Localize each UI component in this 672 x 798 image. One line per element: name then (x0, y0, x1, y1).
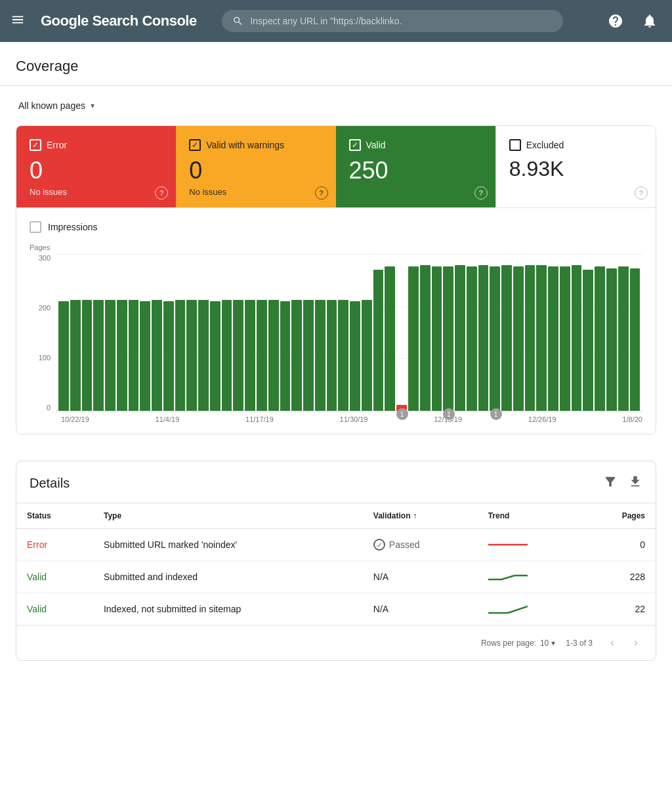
error-checkbox[interactable] (30, 139, 41, 151)
bar-44 (572, 265, 582, 411)
row2-pages: 228 (580, 561, 656, 593)
y-axis: 300 200 100 0 (30, 254, 56, 411)
filter-icon[interactable] (603, 474, 618, 492)
bar-11 (186, 300, 197, 411)
error-card-label: Error (47, 140, 67, 150)
impressions-checkbox[interactable] (30, 221, 41, 233)
valid-card-count: 250 (349, 156, 482, 184)
bar-45 (583, 270, 593, 411)
bar-48 (618, 266, 629, 411)
rows-per-page-control: Rows per page: 10 ▾ (481, 639, 555, 648)
y-axis-0: 0 (47, 404, 51, 411)
bar-27 (373, 270, 384, 411)
svg-line-2 (501, 576, 514, 579)
table-header-row: Status Type Validation ↑ Trend Pages (16, 503, 656, 529)
row1-trend (478, 529, 581, 561)
cards-section: Error 0 No issues ? Valid with warnings … (0, 125, 672, 434)
col-status: Status (16, 503, 93, 529)
excluded-card-count: 8.93K (509, 156, 642, 181)
excluded-checkbox[interactable] (509, 139, 521, 151)
bar-43 (560, 266, 570, 411)
bar-6 (129, 300, 139, 411)
warning-card[interactable]: Valid with warnings 0 No issues ? (176, 126, 335, 207)
app-logo: Google Search Console (41, 12, 197, 30)
error-help-icon[interactable]: ? (155, 186, 168, 200)
table-footer: Rows per page: 10 ▾ 1-3 of 3 (16, 625, 656, 660)
excluded-card[interactable]: Excluded 8.93K ? (495, 126, 656, 207)
excluded-card-header: Excluded (509, 139, 642, 151)
x-label-7: 1/8/20 (622, 415, 642, 423)
bar-18 (268, 300, 279, 411)
help-button[interactable] (604, 9, 627, 33)
col-validation[interactable]: Validation ↑ (363, 503, 478, 529)
valid-card[interactable]: Valid 250 ? (336, 126, 495, 207)
bar-24 (338, 300, 348, 411)
filter-dropdown[interactable]: All known pages ▾ (16, 96, 97, 115)
bar-47 (606, 268, 617, 411)
valid-help-icon[interactable]: ? (474, 186, 488, 200)
bar-21 (303, 300, 314, 411)
chevron-down-icon: ▾ (91, 101, 94, 110)
main-page: Coverage All known pages ▾ Error 0 No is… (0, 42, 672, 798)
passed-icon: ✓ (373, 539, 385, 551)
bar-25 (350, 301, 360, 411)
bar-38 (501, 265, 512, 411)
x-axis: 10/22/19 11/4/19 11/17/19 11/30/19 12/13… (30, 411, 642, 423)
details-action-icons (603, 474, 642, 492)
row1-validation-label: Passed (389, 539, 420, 550)
bar-17 (257, 300, 267, 411)
details-section: Details S (0, 445, 672, 677)
bar-7 (140, 301, 150, 411)
bar-42 (548, 266, 558, 411)
valid-checkbox[interactable] (349, 139, 361, 151)
bar-4 (105, 300, 116, 411)
svg-line-5 (508, 606, 528, 613)
rows-per-page-select[interactable]: 10 ▾ (540, 639, 555, 648)
bar-15 (233, 300, 243, 411)
row1-type: Submitted URL marked 'noindex' (93, 529, 363, 561)
details-title: Details (30, 476, 603, 491)
bar-46 (595, 266, 605, 411)
error-card-count: 0 (30, 156, 163, 184)
y-axis-200: 200 (39, 304, 51, 312)
row3-status: Valid (27, 604, 47, 614)
bar-12 (198, 300, 209, 411)
valid-card-label: Valid (366, 140, 386, 150)
annotation-dot-3: 1 (490, 408, 502, 420)
x-label-3: 11/17/19 (245, 415, 274, 423)
filter-bar: All known pages ▾ (0, 86, 672, 125)
search-input[interactable] (250, 16, 553, 26)
download-icon[interactable] (628, 474, 642, 492)
rows-per-page-label: Rows per page: (481, 639, 536, 648)
error-card[interactable]: Error 0 No issues ? (16, 126, 176, 207)
notifications-button[interactable] (638, 9, 662, 33)
row2-status: Valid (27, 572, 47, 582)
excluded-help-icon[interactable]: ? (635, 186, 648, 200)
sort-up-icon: ↑ (413, 511, 417, 520)
bar-20 (291, 300, 302, 411)
impressions-toggle-row: Impressions (30, 221, 642, 233)
x-label-1: 10/22/19 (61, 415, 89, 423)
warning-card-subtitle: No issues (189, 187, 322, 197)
row2-type: Submitted and indexed (93, 561, 363, 593)
row3-trend (478, 593, 581, 625)
bar-34 (455, 265, 465, 411)
prev-page-button[interactable] (603, 634, 621, 652)
warning-checkbox[interactable] (189, 139, 201, 151)
bar-19 (280, 301, 291, 411)
bar-28 (385, 266, 395, 411)
page-title-bar: Coverage (0, 42, 672, 86)
menu-icon[interactable] (10, 12, 25, 30)
search-bar[interactable] (222, 10, 563, 32)
error-card-subtitle: No issues (30, 187, 163, 197)
bar-3 (93, 300, 104, 411)
chart-area: Impressions Pages 300 200 100 0 (16, 208, 656, 434)
bar-1 (70, 300, 81, 411)
bar-49 (630, 268, 640, 411)
next-page-button[interactable] (627, 634, 645, 652)
row2-validation: N/A (363, 561, 478, 593)
bar-30 (408, 266, 419, 411)
bar-31 (420, 265, 430, 411)
warning-help-icon[interactable]: ? (315, 186, 328, 200)
table-row: Valid Submitted and indexed N/A 228 (16, 561, 656, 593)
